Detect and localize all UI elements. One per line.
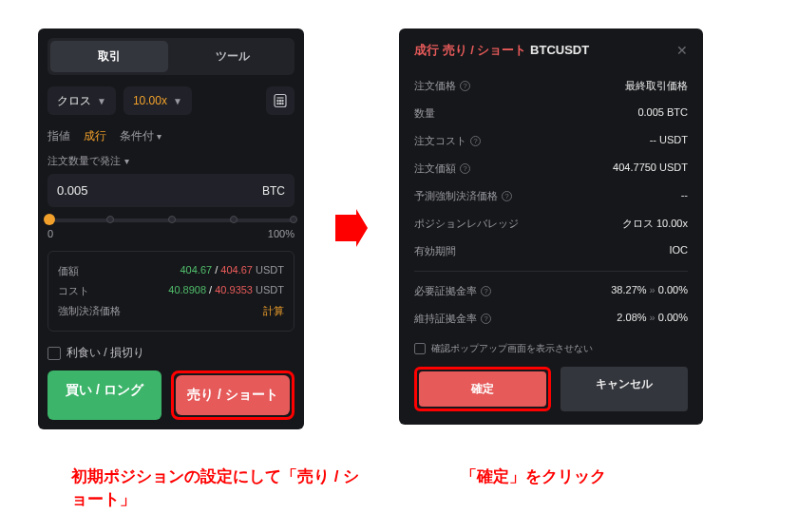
liq-calc-link[interactable]: 計算 <box>263 304 284 318</box>
svg-point-6 <box>279 103 280 104</box>
info-icon: ? <box>481 286 491 296</box>
qty-unit: BTC <box>262 184 285 198</box>
svg-point-7 <box>282 103 283 104</box>
info-icon: ? <box>460 81 470 91</box>
svg-point-2 <box>277 100 278 101</box>
order-type-market[interactable]: 成行 <box>84 128 106 144</box>
sell-highlight-box: 売り / ショート <box>171 370 294 420</box>
info-icon: ? <box>460 163 470 174</box>
dont-show-label: 確認ポップアップ画面を表示させない <box>431 342 593 355</box>
chevron-down-icon: ▼ <box>97 96 106 106</box>
order-info-box: 価額 404.67 / 404.67 USDT コスト 40.8908 / 40… <box>48 251 294 332</box>
buy-long-button[interactable]: 買い / ロング <box>48 370 162 420</box>
tab-tools[interactable]: ツール <box>174 41 292 72</box>
dont-show-checkbox[interactable] <box>414 343 426 354</box>
qty-slider[interactable]: 0 100% <box>48 218 294 239</box>
info-icon: ? <box>502 191 512 201</box>
margin-mode-label: クロス <box>57 93 91 109</box>
arrow-right-icon <box>335 209 368 247</box>
qty-input-box[interactable]: BTC <box>48 174 294 207</box>
sell-short-button[interactable]: 売り / ショート <box>176 375 290 415</box>
tab-bar: 取引 ツール <box>48 38 294 75</box>
qty-mode-label[interactable]: 注文数量で発注 ▾ <box>48 154 294 168</box>
chevron-down-icon: ▼ <box>173 96 182 106</box>
svg-point-3 <box>279 100 280 101</box>
order-type-limit[interactable]: 指値 <box>48 128 70 144</box>
tab-trade[interactable]: 取引 <box>50 41 168 72</box>
chevron-down-icon: ▾ <box>157 131 162 142</box>
modal-title: 成行 売り / ショート BTCUSDT <box>414 42 589 59</box>
svg-marker-8 <box>335 209 368 247</box>
calculator-icon <box>273 93 288 108</box>
step-arrow <box>332 28 370 428</box>
qty-input[interactable] <box>57 183 217 198</box>
slider-max: 100% <box>268 228 294 239</box>
tpsl-label: 利食い / 損切り <box>66 345 144 361</box>
confirm-highlight-box: 確定 <box>414 367 551 411</box>
close-icon[interactable]: ✕ <box>676 43 688 58</box>
svg-point-5 <box>277 103 278 104</box>
info-icon: ? <box>470 136 481 146</box>
chevron-down-icon: ▾ <box>124 156 129 166</box>
info-liq-label: 強制決済価格 <box>58 304 121 318</box>
calculator-button[interactable] <box>266 86 294 115</box>
order-type-row: 指値 成行 条件付 ▾ <box>48 128 294 144</box>
info-icon: ? <box>481 314 491 324</box>
order-type-conditional[interactable]: 条件付 ▾ <box>120 128 162 144</box>
tpsl-checkbox[interactable] <box>48 347 61 360</box>
confirm-modal: 成行 売り / ショート BTCUSDT ✕ 注文価格?最終取引価格 数量0.0… <box>399 28 703 425</box>
info-cost-label: コスト <box>58 284 89 298</box>
cancel-button[interactable]: キャンセル <box>560 367 688 411</box>
leverage-label: 10.00x <box>133 94 167 107</box>
info-value-label: 価額 <box>58 264 79 278</box>
leverage-select[interactable]: 10.00x ▼ <box>124 86 192 115</box>
caption-right: 「確定」をクリック <box>461 466 746 487</box>
slider-min: 0 <box>48 228 53 239</box>
svg-point-4 <box>282 100 283 101</box>
slider-thumb[interactable] <box>44 214 55 225</box>
caption-left: 初期ポジションの設定にして「売り / ショート」 <box>71 466 375 511</box>
trade-panel: 取引 ツール クロス ▼ 10.00x ▼ 指値 成行 条件付 ▾ <box>38 28 304 429</box>
margin-mode-select[interactable]: クロス ▼ <box>48 86 116 115</box>
confirm-button[interactable]: 確定 <box>419 371 546 407</box>
